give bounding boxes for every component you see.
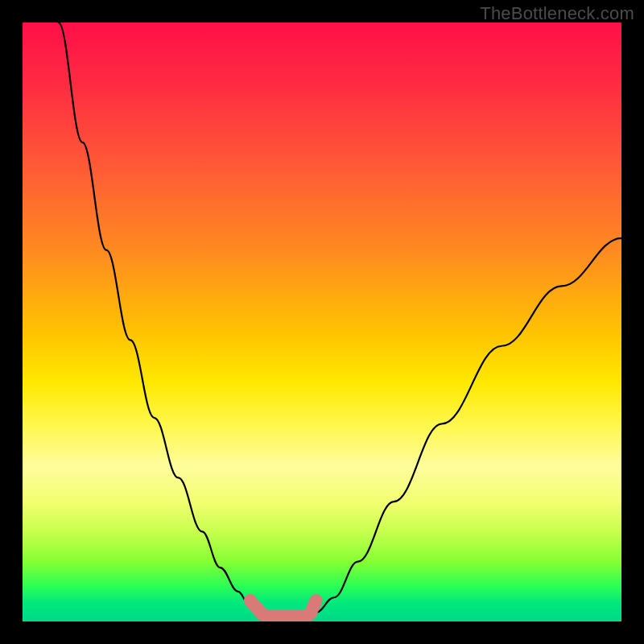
right-bottleneck-curve xyxy=(304,238,621,617)
optimal-range-marker xyxy=(250,601,316,617)
chart-frame: TheBottleneck.com xyxy=(0,0,644,644)
watermark-text: TheBottleneck.com xyxy=(480,3,634,24)
chart-overlay xyxy=(23,23,621,621)
left-bottleneck-curve xyxy=(59,23,268,617)
